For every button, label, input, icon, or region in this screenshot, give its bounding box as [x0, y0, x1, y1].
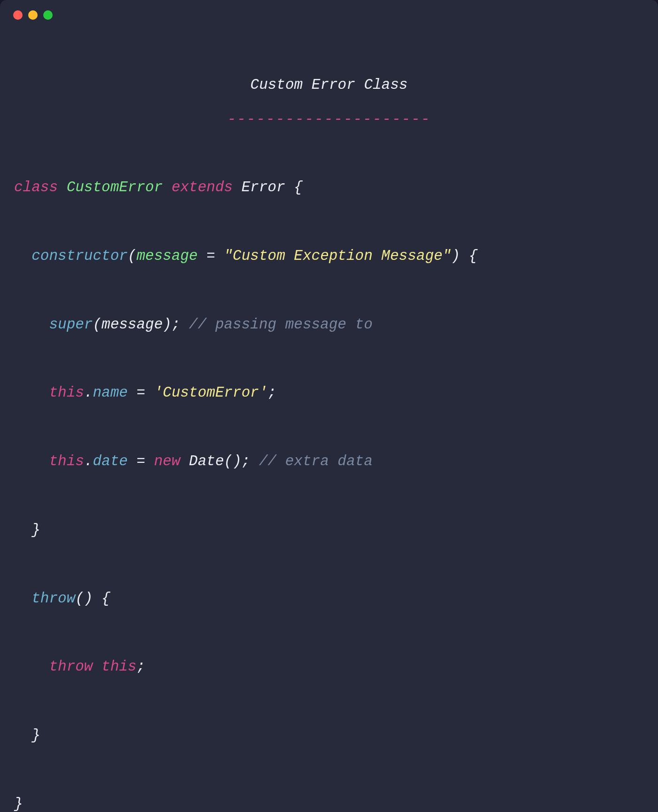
default-string: "Custom Exception Message"	[224, 248, 452, 264]
code-line: throw this;	[14, 650, 644, 684]
paren: (	[128, 248, 137, 264]
method-throw: throw	[31, 590, 75, 607]
equals: =	[198, 248, 224, 264]
code-block: Custom Error Class--------------------- …	[0, 24, 658, 812]
dot: .	[84, 453, 93, 469]
code-line: }	[14, 787, 644, 812]
comment: // extra data	[250, 453, 372, 469]
snippet-divider: ---------------------	[14, 102, 644, 137]
code-line: this.name = 'CustomError';	[14, 376, 644, 410]
arg: message	[102, 316, 163, 333]
semi: ;	[136, 658, 145, 675]
comment: // passing message to	[180, 316, 373, 333]
prop-name: name	[93, 384, 127, 401]
kw-this: this	[49, 384, 84, 401]
close-icon[interactable]	[13, 10, 23, 20]
brace: {	[285, 179, 303, 195]
brace-close: }	[31, 522, 40, 538]
code-line: throw() {	[14, 582, 644, 616]
paren-brace: () {	[75, 590, 110, 607]
code-line: constructor(message = "Custom Exception …	[14, 239, 644, 273]
paren: (	[93, 316, 102, 333]
paren-brace: ) {	[451, 248, 478, 264]
string: 'CustomError'	[154, 384, 268, 401]
kw-throw: throw	[49, 658, 93, 675]
super-call: super	[49, 316, 93, 333]
code-line: class CustomError extends Error {	[14, 171, 644, 205]
equals: =	[128, 453, 154, 469]
equals: =	[128, 384, 154, 401]
semi: ;	[268, 384, 277, 401]
kw-new: new	[154, 453, 180, 469]
constructor-kw: constructor	[31, 248, 128, 264]
code-line: }	[14, 513, 644, 547]
call: ();	[224, 453, 251, 469]
kw-class: class	[14, 179, 58, 195]
kw-this: this	[49, 453, 84, 469]
maximize-icon[interactable]	[43, 10, 53, 20]
class-name: CustomError	[67, 179, 163, 195]
code-line: this.date = new Date(); // extra data	[14, 445, 644, 479]
brace-close: }	[14, 796, 23, 812]
window-titlebar	[0, 0, 658, 24]
date-class: Date	[189, 453, 224, 469]
kw-extends: extends	[172, 179, 233, 195]
dot: .	[84, 384, 93, 401]
code-window: Custom Error Class--------------------- …	[0, 0, 658, 812]
code-line: super(message); // passing message to	[14, 308, 644, 342]
snippet-title: Custom Error Class	[14, 68, 644, 102]
brace-close: }	[31, 727, 40, 743]
prop-date: date	[93, 453, 127, 469]
code-line: }	[14, 718, 644, 753]
base-class: Error	[242, 179, 285, 195]
kw-this: this	[102, 658, 136, 675]
minimize-icon[interactable]	[28, 10, 38, 20]
paren-semi: );	[163, 316, 180, 333]
param-message: message	[136, 248, 197, 264]
